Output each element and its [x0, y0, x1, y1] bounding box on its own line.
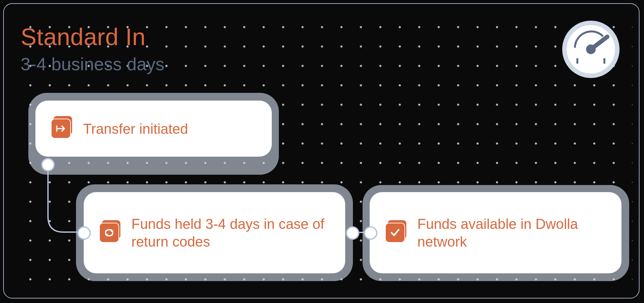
step-label-2: Funds held 3-4 days in case of return co… — [131, 215, 330, 250]
connector-node — [364, 226, 377, 240]
transfer-arrow-icon — [51, 118, 72, 139]
diagram-title: Standard In — [21, 23, 146, 51]
step-card-3: Funds available in Dwolla network — [370, 192, 621, 273]
cycle-icon — [99, 222, 120, 243]
connector-node — [41, 158, 55, 171]
connector-node — [77, 226, 91, 240]
connector-1-2 — [47, 171, 86, 236]
connector-node — [346, 226, 359, 240]
check-icon — [385, 222, 406, 243]
step-label-3: Funds available in Dwolla network — [417, 215, 606, 250]
gauge-icon — [562, 21, 620, 78]
step-card-2: Funds held 3-4 days in case of return co… — [84, 192, 345, 273]
diagram-frame: Standard In 3-4 business days Transfer i… — [3, 3, 639, 298]
step-label-1: Transfer initiated — [83, 120, 188, 138]
step-card-1: Transfer initiated — [35, 101, 272, 157]
diagram-subtitle: 3-4 business days — [21, 54, 165, 74]
